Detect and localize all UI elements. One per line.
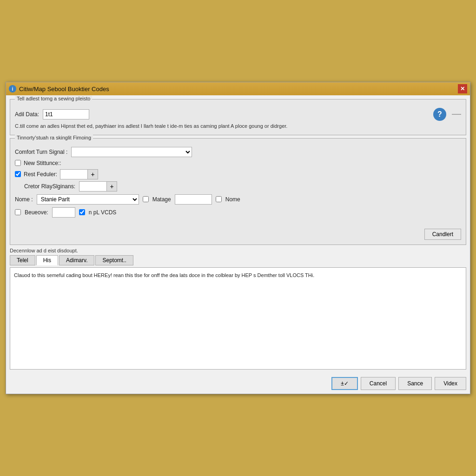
section1-group: Tell adlest torng a sewing pleisto Adil … <box>10 99 466 135</box>
add-data-input[interactable] <box>43 109 89 119</box>
cretor-input[interactable]: 2% <box>79 181 107 192</box>
cretor-stepper: 2% + <box>79 181 117 192</box>
rest-feduler-stepper: 151 + <box>60 169 98 179</box>
nome-select[interactable]: Stanie Parlt <box>37 194 139 205</box>
rest-feduler-input[interactable]: 151 <box>60 169 88 179</box>
comfort-turn-select[interactable] <box>71 147 192 157</box>
cancel-button[interactable]: Cancel <box>361 377 396 390</box>
tabs-section-desc: Decennlow ad d eist disdoupt. <box>10 248 466 253</box>
matage-checkbox[interactable] <box>143 196 149 202</box>
tab-adimarv[interactable]: Adimarv. <box>59 255 94 265</box>
beueove-row: Beueove: 3 n pL VCDS <box>15 207 461 218</box>
comfort-turn-label: Comfort Turn Signal : <box>15 149 67 155</box>
vcds-label: n pL VCDS <box>89 209 117 216</box>
nome-checkbox-label: Nome <box>225 196 240 203</box>
title-bar-left: i Citiw/Map Sebool Buoktier Codes <box>9 85 109 93</box>
nome-label: Nome : <box>15 196 33 203</box>
rest-feduler-checkbox[interactable] <box>15 171 21 177</box>
tab-his[interactable]: His <box>36 255 58 265</box>
beueove-label: Beueove: <box>25 209 48 216</box>
add-data-row: Adil Data: ? <box>15 108 461 121</box>
vcds-checkbox[interactable] <box>79 209 85 215</box>
matage-label: Matage <box>152 196 171 203</box>
cretor-increment[interactable]: + <box>107 181 117 192</box>
section2-group: Tinnorty'stuah ra skinglit Fimoing Comfo… <box>10 138 466 245</box>
beueove-checkbox[interactable] <box>15 209 21 215</box>
tab-septomt[interactable]: Septomt.. <box>95 255 133 265</box>
candlert-button[interactable]: Candlert <box>424 229 461 240</box>
tab-telel[interactable]: Telel <box>10 255 35 265</box>
section1-description: C.till come an adles Hipnst thet ed, pay… <box>15 123 461 130</box>
comfort-turn-row: Comfort Turn Signal : <box>15 147 461 157</box>
tabs-header: Telel His Adimarv. Septomt.. <box>10 255 466 265</box>
add-data-label: Adil Data: <box>15 111 39 118</box>
nome-input[interactable]: 1 <box>175 194 212 205</box>
window-body: Tell adlest torng a sewing pleisto Adil … <box>6 95 470 373</box>
rest-feduler-increment[interactable]: + <box>88 169 98 179</box>
section1-title: Tell adlest torng a sewing pleisto <box>15 96 92 101</box>
tab-content-area: Clauod to this semeful cading bout HEREy… <box>10 267 466 370</box>
tab-content-text: Clauod to this semeful cading bout HEREy… <box>14 272 314 278</box>
new-stittunce-row: New Stittunce:: <box>15 160 461 166</box>
window-icon: i <box>9 85 16 93</box>
cretor-row: Cretor RlaySlginans: 2% + <box>15 181 461 192</box>
section2-title: Tinnorty'stuah ra skinglit Fimoing <box>15 135 93 140</box>
new-stittunce-label: New Stittunce:: <box>24 160 61 166</box>
sance-button[interactable]: Sance <box>398 377 432 390</box>
main-window: i Citiw/Map Sebool Buoktier Codes ✕ Tell… <box>6 82 470 394</box>
nome-checkbox[interactable] <box>216 196 222 202</box>
title-bar: i Citiw/Map Sebool Buoktier Codes ✕ <box>6 82 470 95</box>
window-title: Citiw/Map Sebool Buoktier Codes <box>19 86 109 93</box>
help-button[interactable]: ? <box>433 108 446 121</box>
videx-button[interactable]: Videx <box>435 377 466 390</box>
new-stittunce-checkbox[interactable] <box>15 160 21 166</box>
footer-buttons: ±✓ Cancel Sance Videx <box>6 373 470 394</box>
beueove-input[interactable]: 3 <box>52 207 75 218</box>
rest-feduler-label: Rest Feduler: <box>24 171 57 178</box>
nome-row: Nome : Stanie Parlt Matage 1 Nome <box>15 194 461 205</box>
tabs-section: Decennlow ad d eist disdoupt. Telel His … <box>10 248 466 370</box>
cretor-label: Cretor RlaySlginans: <box>24 183 75 190</box>
rest-feduler-row: Rest Feduler: 151 + <box>15 169 461 179</box>
ok-button[interactable]: ±✓ <box>331 377 358 390</box>
close-button[interactable]: ✕ <box>458 84 467 93</box>
